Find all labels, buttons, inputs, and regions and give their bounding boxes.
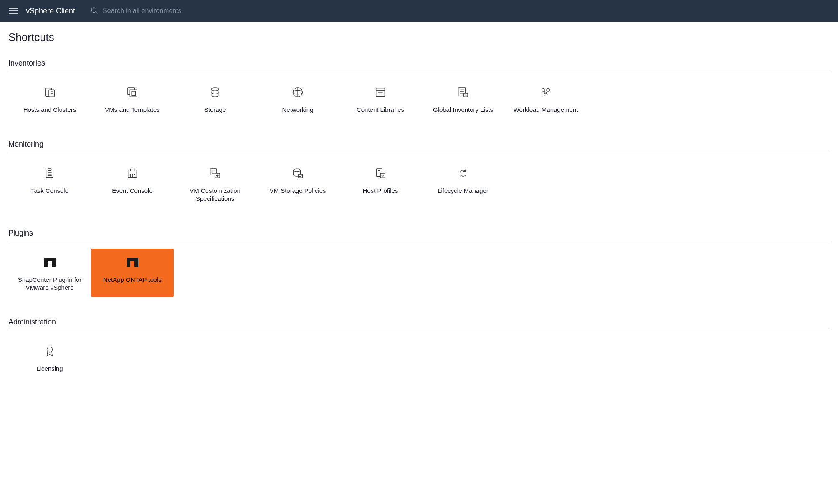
svg-point-60 [47,347,52,352]
vm-customization-icon [209,165,221,182]
tile-vms-templates[interactable]: VMs and Templates [91,79,174,119]
tile-networking[interactable]: Networking [256,79,339,119]
page-title: Shortcuts [8,31,830,44]
section-title-plugins: Plugins [8,229,830,241]
search-input[interactable] [103,7,270,15]
lifecycle-manager-icon [457,165,469,182]
svg-line-31 [546,91,547,93]
storage-icon [209,84,221,101]
tile-snapcenter-plugin[interactable]: SnapCenter Plug-in for VMware vSphere [8,249,91,297]
svg-rect-32 [46,170,53,177]
tile-licensing[interactable]: Licensing [8,338,91,378]
tile-content-libraries[interactable]: Content Libraries [339,79,422,119]
tile-global-inventory[interactable]: Global Inventory Lists [422,79,504,119]
svg-point-44 [130,175,131,176]
svg-line-1 [96,12,97,13]
networking-icon [291,84,304,101]
tile-label: VMs and Templates [105,106,159,114]
event-console-icon [126,165,139,182]
content-libraries-icon [374,84,387,101]
search-wrap [90,6,270,16]
section-title-administration: Administration [8,318,830,330]
tile-task-console[interactable]: Task Console [8,160,91,208]
workload-management-icon [539,84,552,101]
grid-plugins: SnapCenter Plug-in for VMware vSphere Ne… [8,249,830,297]
tile-workload-management[interactable]: Workload Management [504,79,587,119]
tile-label: Host Profiles [362,187,398,195]
licensing-icon [43,343,56,360]
svg-point-52 [294,169,301,172]
svg-point-41 [130,174,131,175]
tile-label: Content Libraries [357,106,404,114]
hosts-clusters-icon [43,84,56,101]
svg-point-43 [134,174,135,175]
grid-inventories: Hosts and Clusters VMs and Templates Sto… [8,79,830,119]
netapp-icon [44,254,56,271]
grid-administration: Licensing [8,338,830,378]
svg-rect-58 [380,173,385,178]
tile-label: Hosts and Clusters [23,106,76,114]
vms-templates-icon [126,84,139,101]
tile-vm-customization[interactable]: VM Customization Specifications [174,160,256,208]
tile-vm-storage-policies[interactable]: VM Storage Policies [256,160,339,208]
search-icon [90,6,99,16]
tile-label: Event Console [112,187,153,195]
svg-point-45 [132,175,133,176]
tile-hosts-clusters[interactable]: Hosts and Clusters [8,79,91,119]
section-title-monitoring: Monitoring [8,140,830,152]
tile-label: VM Customization Specifications [177,187,253,203]
tile-label: NetApp ONTAP tools [103,276,162,284]
svg-point-27 [542,89,545,92]
section-title-inventories: Inventories [8,59,830,71]
svg-point-0 [91,7,96,12]
task-console-icon [43,165,56,182]
svg-point-28 [547,89,550,92]
svg-point-29 [544,93,547,96]
svg-rect-8 [130,90,137,97]
svg-rect-53 [299,174,302,177]
tile-label: Storage [204,106,226,114]
host-profiles-icon [374,165,387,182]
grid-monitoring: Task Console Event Console VM Customizat… [8,160,830,208]
svg-point-11 [211,88,219,91]
top-bar: vSphere Client [0,0,838,22]
tile-storage[interactable]: Storage [174,79,256,119]
global-inventory-icon [457,84,469,101]
tile-lifecycle-manager[interactable]: Lifecycle Manager [422,160,504,208]
tile-netapp-ontap-tools[interactable]: NetApp ONTAP tools [91,249,174,297]
tile-event-console[interactable]: Event Console [91,160,174,208]
tile-label: Task Console [31,187,68,195]
tile-label: Global Inventory Lists [433,106,493,114]
tile-label: Workload Management [514,106,578,114]
tile-label: VM Storage Policies [269,187,326,195]
svg-line-30 [544,91,545,93]
netapp-icon [127,254,138,271]
content-area: Shortcuts Inventories Hosts and Clusters… [0,22,838,408]
menu-toggle-button[interactable] [8,6,19,15]
tile-label: Networking [282,106,313,114]
tile-host-profiles[interactable]: Host Profiles [339,160,422,208]
tile-label: SnapCenter Plug-in for VMware vSphere [12,276,88,292]
svg-point-42 [132,174,133,175]
tile-label: Licensing [36,365,63,373]
tile-label: Lifecycle Manager [438,187,489,195]
svg-rect-47 [212,170,215,173]
app-title: vSphere Client [26,7,75,15]
vm-storage-policies-icon [291,165,304,182]
